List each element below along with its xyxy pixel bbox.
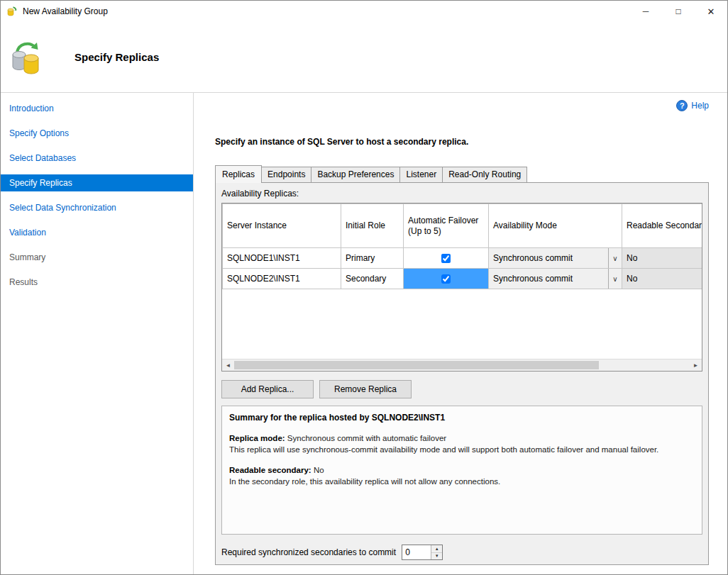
page-title: Specify Replicas: [75, 51, 159, 63]
chevron-down-icon[interactable]: ∨: [608, 248, 622, 268]
cell-server-instance[interactable]: SQLNODE2\INST1: [223, 269, 341, 289]
cell-initial-role[interactable]: Secondary: [341, 269, 404, 289]
replicas-table: Server Instance Initial Role Automatic F…: [222, 203, 702, 289]
grid-row-sqlnode2: SQLNODE2\INST1 Secondary Synchronous com…: [223, 269, 703, 289]
tab-replicas[interactable]: Replicas: [215, 165, 262, 183]
sidebar-item-select-data-synchronization[interactable]: Select Data Synchronization: [1, 199, 193, 216]
cell-availability-mode[interactable]: Synchronous commit ∨: [489, 269, 622, 289]
help-row: ? Help: [215, 99, 709, 113]
tab-listener[interactable]: Listener: [399, 167, 443, 183]
readable-secondary-description: In the secondary role, this availability…: [229, 476, 689, 488]
replica-mode-label: Replica mode:: [229, 434, 285, 442]
availability-mode-dropdown[interactable]: Synchronous commit ∨: [489, 269, 622, 289]
cell-initial-role[interactable]: Primary: [341, 248, 404, 269]
sidebar-item-select-databases[interactable]: Select Databases: [1, 150, 193, 167]
help-link[interactable]: Help: [691, 101, 709, 111]
replica-summary-box: Summary for the replica hosted by SQLNOD…: [221, 406, 702, 535]
help-icon[interactable]: ?: [676, 100, 688, 111]
required-secondaries-spinner: ▲ ▼: [402, 545, 443, 560]
automatic-failover-checkbox[interactable]: [441, 254, 451, 263]
replica-mode-value: Synchronous commit with automatic failov…: [287, 434, 446, 442]
scroll-left-icon[interactable]: ◄: [222, 359, 234, 371]
spin-down-icon[interactable]: ▼: [431, 553, 442, 560]
spin-up-icon[interactable]: ▲: [431, 545, 442, 553]
replica-mode-paragraph: Replica mode: Synchronous commit with au…: [229, 433, 695, 455]
cell-server-instance[interactable]: SQLNODE1\INST1: [223, 248, 341, 269]
scroll-right-icon[interactable]: ►: [690, 359, 702, 371]
required-secondaries-input[interactable]: [402, 545, 431, 559]
sidebar-item-introduction[interactable]: Introduction: [1, 100, 193, 117]
instruction-text: Specify an instance of SQL Server to hos…: [215, 137, 709, 147]
spinner-buttons: ▲ ▼: [431, 545, 442, 559]
summary-title: Summary for the replica hosted by SQLNOD…: [229, 412, 695, 423]
cell-readable-secondary[interactable]: No: [622, 269, 703, 289]
wizard-header: Specify Replicas: [1, 22, 727, 93]
grid-buttons-row: Add Replica... Remove Replica: [221, 380, 702, 398]
col-header-server-instance: Server Instance: [223, 204, 341, 248]
availability-replicas-label: Availability Replicas:: [221, 189, 702, 199]
minimize-button[interactable]: ─: [629, 1, 662, 22]
cell-availability-mode[interactable]: Synchronous commit ∨: [489, 248, 622, 269]
scrollbar-track[interactable]: [234, 359, 690, 371]
required-secondaries-row: Required synchronized secondaries to com…: [221, 545, 702, 560]
tab-read-only-routing[interactable]: Read-Only Routing: [442, 167, 527, 183]
titlebar: New Availability Group ─ □ ✕: [1, 1, 727, 22]
cell-automatic-failover[interactable]: [404, 248, 489, 269]
availability-mode-value: Synchronous commit: [489, 248, 608, 268]
availability-group-icon: [8, 39, 45, 76]
tab-strip: Replicas Endpoints Backup Preferences Li…: [215, 165, 709, 182]
automatic-failover-checkbox[interactable]: [441, 274, 451, 284]
sidebar-item-validation[interactable]: Validation: [1, 224, 193, 241]
replicas-tab-panel: Availability Replicas: Server Instance I…: [215, 182, 709, 565]
sidebar-item-specify-replicas[interactable]: Specify Replicas: [1, 174, 193, 191]
app-icon: [6, 6, 18, 17]
sidebar-item-specify-options[interactable]: Specify Options: [1, 125, 193, 142]
wizard-body: Introduction Specify Options Select Data…: [1, 93, 727, 574]
replica-mode-description: This replica will use synchronous-commit…: [229, 445, 689, 456]
scrollbar-thumb[interactable]: [234, 361, 599, 369]
horizontal-scrollbar[interactable]: ◄ ►: [222, 359, 702, 371]
readable-secondary-value: No: [314, 466, 324, 474]
chevron-down-icon[interactable]: ∨: [608, 269, 622, 289]
col-header-initial-role: Initial Role: [341, 204, 404, 248]
sidebar-item-results: Results: [1, 274, 193, 291]
col-header-availability-mode: Availability Mode: [489, 204, 622, 248]
close-button[interactable]: ✕: [695, 1, 727, 22]
availability-mode-dropdown[interactable]: Synchronous commit ∨: [489, 248, 622, 268]
remove-replica-button[interactable]: Remove Replica: [319, 380, 412, 398]
add-replica-button[interactable]: Add Replica...: [221, 380, 314, 398]
cell-readable-secondary[interactable]: No: [622, 248, 703, 269]
col-header-automatic-failover: Automatic Failover (Up to 5): [404, 204, 489, 248]
grid-row-sqlnode1: SQLNODE1\INST1 Primary Synchronous commi…: [223, 248, 703, 269]
maximize-button[interactable]: □: [662, 1, 695, 22]
tab-endpoints[interactable]: Endpoints: [261, 167, 311, 183]
grid-header-row: Server Instance Initial Role Automatic F…: [223, 204, 703, 248]
window: New Availability Group ─ □ ✕ Specify Rep…: [0, 0, 728, 575]
window-controls: ─ □ ✕: [629, 1, 727, 22]
readable-secondary-paragraph: Readable secondary: No In the secondary …: [229, 465, 695, 487]
required-secondaries-label: Required synchronized secondaries to com…: [221, 547, 396, 557]
sidebar: Introduction Specify Options Select Data…: [1, 93, 194, 574]
sidebar-item-summary: Summary: [1, 249, 193, 266]
cell-automatic-failover-selected[interactable]: [404, 269, 489, 289]
replicas-grid: Server Instance Initial Role Automatic F…: [221, 203, 702, 372]
availability-mode-value: Synchronous commit: [489, 269, 608, 289]
col-header-readable-secondary: Readable Secondary: [622, 204, 703, 248]
readable-secondary-label: Readable secondary:: [229, 466, 311, 474]
tab-backup-preferences[interactable]: Backup Preferences: [311, 167, 400, 183]
main-content: ? Help Specify an instance of SQL Server…: [194, 93, 727, 574]
window-title: New Availability Group: [23, 6, 108, 16]
